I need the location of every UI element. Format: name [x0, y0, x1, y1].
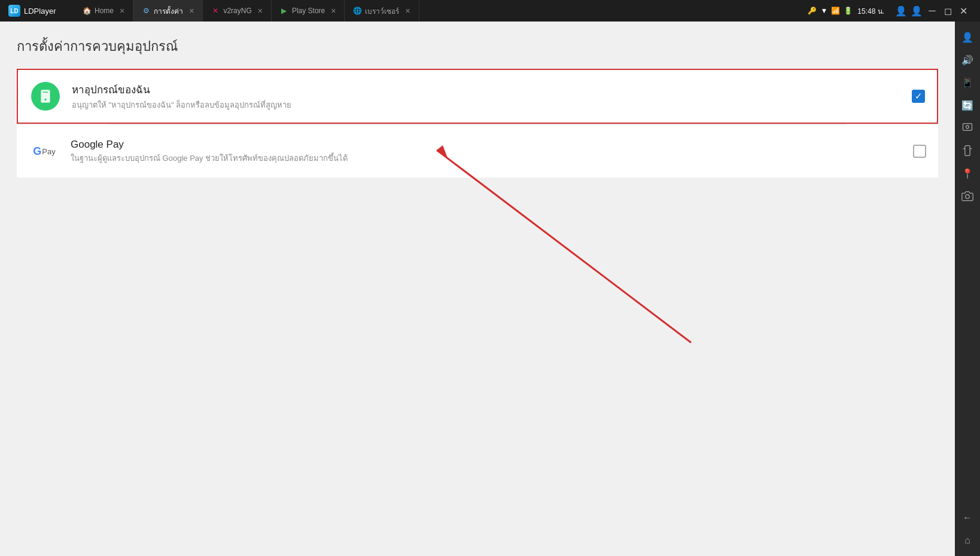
google-pay-icon-container: G Pay — [29, 136, 60, 167]
find-device-item[interactable]: หาอุปกรณ์ของฉัน อนุญาตให้ "หาอุปกรณ์ของฉ… — [17, 69, 938, 124]
settings-icon: ⚙ — [142, 7, 150, 15]
tab-settings[interactable]: ⚙ การตั้งค่า × — [133, 0, 203, 22]
google-pay-checkbox[interactable] — [913, 145, 926, 158]
tray-icons: 🔑 ▼ 📶 🔋 — [808, 7, 853, 15]
sidebar-user-btn[interactable]: 👤 — [957, 26, 978, 48]
sidebar-home-bottom-btn[interactable]: ⌂ — [957, 530, 978, 551]
find-device-text: หาอุปกรณ์ของฉัน อนุญาตให้ "หาอุปกรณ์ของฉ… — [72, 81, 912, 111]
minimize-btn[interactable]: ─ — [925, 4, 939, 18]
tab-settings-label: การตั้งค่า — [154, 5, 183, 17]
window-controls: 👤 👤 ─ ◻ ✕ — [894, 4, 970, 18]
wifi-icon: ▼ — [820, 7, 827, 15]
svg-point-6 — [966, 126, 969, 129]
tab-v2ray[interactable]: ✕ v2rayNG × — [203, 0, 272, 22]
signal-icon: 📶 — [831, 7, 840, 15]
sidebar-location-btn[interactable]: 📍 — [957, 163, 978, 184]
brand-label: LDPlayer — [24, 7, 56, 16]
google-pay-text: Google Pay ในฐานะผู้ดูแลระบบอุปกรณ์ Goog… — [71, 139, 913, 164]
google-pay-title: Google Pay — [71, 139, 913, 151]
tab-v2ray-label: v2rayNG — [223, 7, 251, 15]
sidebar-bottom: ← ⌂ — [957, 507, 978, 551]
sidebar-back-btn[interactable]: ← — [957, 507, 978, 528]
brand-icon: LD — [8, 5, 20, 17]
page-title: การตั้งค่าการควบคุมอุปกรณ์ — [17, 36, 938, 57]
svg-rect-5 — [963, 124, 972, 131]
v2ray-icon: ✕ — [211, 7, 220, 15]
key-icon: 🔑 — [808, 7, 817, 15]
close-btn[interactable]: ✕ — [956, 4, 970, 18]
svg-point-10 — [966, 195, 970, 199]
tabs-container: 🏠 Home × ⚙ การตั้งค่า × ✕ v2rayNG × ▶ Pl… — [74, 0, 801, 22]
find-device-desc: อนุญาตให้ "หาอุปกรณ์ของฉัน" ล็อกหรือลบข้… — [72, 100, 912, 111]
sidebar-rotate-btn[interactable]: 🔄 — [957, 94, 978, 116]
sidebar-screenshot-btn[interactable] — [957, 117, 978, 139]
browser-icon: 🌐 — [353, 7, 361, 15]
svg-rect-7 — [965, 146, 970, 156]
tab-home-close[interactable]: × — [120, 7, 124, 15]
main-content: การตั้งค่าการควบคุมอุปกรณ์ หาอุปกรณ์ของฉ… — [0, 22, 955, 556]
tab-home[interactable]: 🏠 Home × — [74, 0, 133, 22]
system-tray: 🔑 ▼ 📶 🔋 15:48 น. 👤 👤 ─ ◻ ✕ — [801, 4, 978, 18]
google-pay-item[interactable]: G Pay Google Pay ในฐานะผู้ดูแลระบบอุปกรณ… — [17, 125, 938, 178]
tab-playstore[interactable]: ▶ Play Store × — [272, 0, 345, 22]
right-sidebar: 👤 🔊 📱 🔄 📍 ← ⌂ — [955, 22, 980, 556]
svg-point-1 — [44, 99, 46, 100]
tab-playstore-label: Play Store — [292, 7, 325, 15]
svg-rect-2 — [43, 91, 48, 93]
google-pay-desc: ในฐานะผู้ดูแลระบบอุปกรณ์ Google Pay ช่วย… — [71, 153, 913, 164]
tab-home-label: Home — [95, 7, 114, 15]
sidebar-camera-btn[interactable] — [957, 185, 978, 207]
tab-browser[interactable]: 🌐 เบราว์เซอร์ × — [345, 0, 419, 22]
find-device-checkbox[interactable]: ✓ — [912, 90, 925, 103]
sidebar-shake-btn[interactable] — [957, 140, 978, 161]
clock: 15:48 น. — [857, 5, 884, 17]
titlebar: LD LDPlayer 🏠 Home × ⚙ การตั้งค่า × ✕ v2… — [0, 0, 980, 22]
user-btn[interactable]: 👤 — [909, 4, 924, 18]
account-btn[interactable]: 👤 — [894, 4, 908, 18]
google-pay-icon: G Pay — [33, 145, 55, 158]
tab-v2ray-close[interactable]: × — [258, 7, 263, 15]
home-icon: 🏠 — [83, 7, 91, 15]
tab-settings-close[interactable]: × — [189, 7, 194, 15]
sidebar-screen-btn[interactable]: 📱 — [957, 72, 978, 93]
sidebar-volume-btn[interactable]: 🔊 — [957, 49, 978, 71]
find-device-icon — [31, 82, 60, 111]
battery-icon: 🔋 — [844, 7, 853, 15]
tab-browser-close[interactable]: × — [405, 7, 410, 15]
playstore-icon: ▶ — [280, 7, 288, 15]
restore-btn[interactable]: ◻ — [941, 4, 955, 18]
tab-playstore-close[interactable]: × — [331, 7, 336, 15]
tab-browser-label: เบราว์เซอร์ — [365, 5, 399, 17]
brand: LD LDPlayer — [2, 5, 74, 17]
find-device-title: หาอุปกรณ์ของฉัน — [72, 81, 912, 97]
find-device-icon-container — [30, 81, 61, 112]
